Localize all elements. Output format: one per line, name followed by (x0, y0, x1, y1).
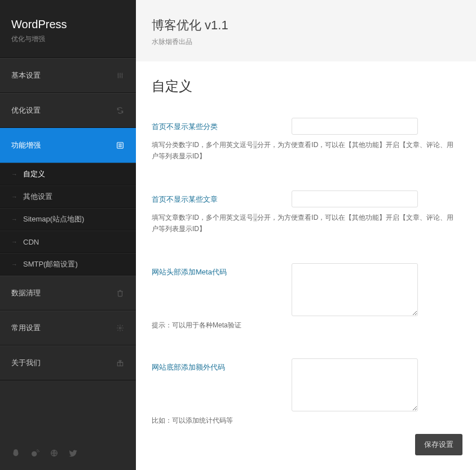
nav-item-enhance[interactable]: 功能增强 (0, 128, 136, 163)
save-button[interactable]: 保存设置 (415, 434, 462, 455)
form-row-meta: 网站头部添加Meta代码 (152, 263, 460, 316)
arrow-icon: → (11, 261, 17, 268)
svg-point-1 (119, 327, 121, 329)
sidebar-subtitle: 优化与增强 (11, 34, 125, 44)
arrow-icon: → (11, 216, 17, 223)
subnav-label: CDN (23, 238, 39, 246)
main-header: 博客优化 v1.1 水脉烟香出品 (136, 0, 476, 61)
label-footer-code: 网站底部添加额外代码 (152, 358, 292, 373)
form-row-footer: 网站底部添加额外代码 (152, 358, 460, 411)
svg-point-3 (32, 451, 37, 456)
sidebar-title: WordPress (11, 18, 125, 31)
help-hide-categories: 填写分类数字ID，多个用英文逗号,分开，为方便查看ID，可以在【其他功能】开启【… (152, 139, 460, 162)
subnav-label: 自定义 (23, 169, 45, 179)
textarea-footer-code[interactable] (292, 358, 418, 411)
help-hide-posts: 填写文章数字ID，多个用英文逗号,分开，为方便查看ID，可以在【其他功能】开启【… (152, 212, 460, 235)
subnav-label: 其他设置 (23, 192, 52, 202)
link-icon[interactable] (50, 449, 59, 460)
qq-icon[interactable] (11, 449, 20, 460)
nav-label: 优化设置 (11, 105, 41, 116)
label-hide-categories: 首页不显示某些分类 (152, 118, 292, 132)
nav-item-optimize[interactable]: 优化设置 (0, 93, 136, 128)
arrow-icon: → (11, 193, 17, 200)
nav-label: 常用设置 (11, 323, 41, 333)
refresh-icon (116, 106, 125, 115)
sidebar: WordPress 优化与增强 基本设置 优化设置 功能增强 → 自定义 (0, 0, 136, 470)
subnav-item-cdn[interactable]: → CDN (0, 230, 136, 253)
list-icon (116, 141, 125, 150)
input-hide-categories[interactable] (292, 118, 418, 135)
nav-label: 关于我们 (11, 358, 41, 368)
nav-item-about[interactable]: 关于我们 (0, 345, 136, 380)
input-hide-posts[interactable] (292, 190, 418, 207)
subnav-item-smtp[interactable]: → SMTP(邮箱设置) (0, 253, 136, 276)
nav-item-basic[interactable]: 基本设置 (0, 58, 136, 93)
label-hide-posts: 首页不显示某些文章 (152, 190, 292, 205)
page-title: 博客优化 v1.1 (152, 17, 460, 34)
subnav-item-custom[interactable]: → 自定义 (0, 163, 136, 185)
nav-item-cleanup[interactable]: 数据清理 (0, 276, 136, 311)
page-subtitle: 水脉烟香出品 (152, 37, 460, 47)
nav-label: 数据清理 (11, 288, 41, 298)
arrow-icon: → (11, 171, 17, 178)
sidebar-footer (0, 438, 136, 470)
main: 博客优化 v1.1 水脉烟香出品 自定义 首页不显示某些分类 填写分类数字ID，… (136, 0, 476, 470)
subnav-label: SMTP(邮箱设置) (23, 259, 78, 269)
panel: 自定义 首页不显示某些分类 填写分类数字ID，多个用英文逗号,分开，为方便查看I… (136, 61, 476, 470)
nav-label: 功能增强 (11, 140, 41, 150)
subnav: → 自定义 → 其他设置 → Sitemap(站点地图) → CDN → SMT… (0, 163, 136, 276)
form-row-posts: 首页不显示某些文章 (152, 190, 460, 207)
nav-item-common[interactable]: 常用设置 (0, 311, 136, 345)
twitter-icon[interactable] (69, 449, 78, 460)
sidebar-header: WordPress 优化与增强 (0, 0, 136, 58)
subnav-item-other[interactable]: → 其他设置 (0, 185, 136, 208)
help-footer-code: 比如：可以添加统计代码等 (152, 416, 460, 425)
nav-label: 基本设置 (11, 70, 41, 81)
weibo-icon[interactable] (30, 449, 39, 460)
gift-icon (116, 358, 125, 367)
trash-icon (116, 289, 125, 298)
textarea-meta-code[interactable] (292, 263, 418, 316)
arrow-icon: → (11, 238, 17, 245)
sidebar-nav: 基本设置 优化设置 功能增强 → 自定义 → 其他设置 (0, 58, 136, 438)
panel-title: 自定义 (152, 77, 460, 95)
label-meta-code: 网站头部添加Meta代码 (152, 263, 292, 277)
gear-icon (116, 323, 125, 332)
help-meta-code: 提示：可以用于各种Meta验证 (152, 321, 460, 330)
subnav-item-sitemap[interactable]: → Sitemap(站点地图) (0, 208, 136, 230)
subnav-label: Sitemap(站点地图) (23, 214, 84, 224)
sliders-icon (116, 71, 125, 80)
form-row-categories: 首页不显示某些分类 (152, 118, 460, 135)
